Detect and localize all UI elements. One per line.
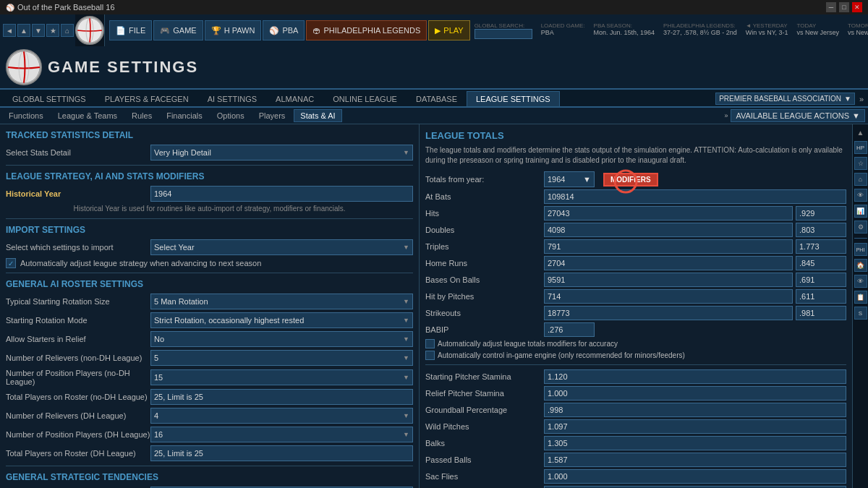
doubles-modifier[interactable] <box>796 223 846 237</box>
subtab-options[interactable]: Options <box>211 110 250 121</box>
auto-adjust-label: Automatically adjust league strategy whe… <box>20 259 261 267</box>
hits-input[interactable] <box>544 206 793 221</box>
tab-global-settings[interactable]: GLOBAL SETTINGS <box>3 91 95 106</box>
sidebar-s-icon[interactable]: S <box>854 307 867 320</box>
sidebar-phi-icon[interactable]: PHI <box>854 243 867 256</box>
close-button[interactable]: ✕ <box>852 2 862 12</box>
position-players-dh-row: Number of Position Players (DH League) 1… <box>6 427 413 442</box>
groundball-label: Groundball Percentage <box>425 406 541 414</box>
position-players-dh-dropdown[interactable]: 16 ▼ <box>150 427 413 442</box>
subtab-stats-ai[interactable]: Stats & AI <box>294 109 341 122</box>
auto-adjust-totals-row: Automatically adjust league totals modif… <box>425 339 846 348</box>
hits-modifier[interactable] <box>796 206 846 221</box>
bob-input[interactable] <box>544 273 793 287</box>
babip-input[interactable] <box>544 322 595 337</box>
available-actions-dropdown[interactable]: AVAILABLE LEAGUE ACTIONS ▼ <box>731 109 865 122</box>
relievers-nondh-dropdown[interactable]: 5 ▼ <box>150 350 413 366</box>
game-menu[interactable]: 🎮 GAME <box>153 20 203 40</box>
sidebar-phi-list-icon[interactable]: 📋 <box>854 291 867 304</box>
passed-balls-input[interactable] <box>544 453 846 467</box>
nav-up[interactable]: ▲ <box>17 24 30 37</box>
wild-pitches-label: Wild Pitches <box>425 422 541 431</box>
subtab-financials[interactable]: Financials <box>161 110 208 121</box>
totals-year-dropdown[interactable]: 1964 ▼ <box>544 171 595 187</box>
historical-year-input[interactable] <box>150 186 413 202</box>
sidebar-eye-icon[interactable]: 👁 <box>854 189 867 202</box>
sidebar-hp-icon[interactable]: HP <box>854 141 867 154</box>
strikeouts-modifier[interactable] <box>796 306 846 320</box>
import-dropdown[interactable]: Select Year ▼ <box>150 239 413 255</box>
maximize-button[interactable]: □ <box>839 2 849 12</box>
nav-left[interactable]: ◄ <box>3 24 16 37</box>
phila-menu[interactable]: 🏟 PHILADELPHIA LEGENDS <box>306 20 427 40</box>
strategic-tendencies-title: GENERAL STRATEGIC TENDENCIES <box>6 472 413 482</box>
sidebar-phi-eye-icon[interactable]: 👁 <box>854 275 867 288</box>
tab-almanac[interactable]: ALMANAC <box>266 91 323 106</box>
auto-adjust-checkbox[interactable]: ✓ <box>6 258 16 268</box>
hpawn-menu[interactable]: 🏆 H PAWN <box>205 20 262 40</box>
scroll-up-icon[interactable]: ▲ <box>856 127 866 138</box>
strikeouts-input[interactable] <box>544 306 793 320</box>
rotation-size-dropdown[interactable]: 5 Man Rotation ▼ <box>150 294 413 309</box>
tab-ai-settings[interactable]: AI SETTINGS <box>198 91 266 106</box>
auto-control-checkbox[interactable] <box>425 351 435 360</box>
tab-online-league[interactable]: ONLINE LEAGUE <box>323 91 407 106</box>
nav-home[interactable]: ⌂ <box>61 24 74 37</box>
subtab-players[interactable]: Players <box>253 110 292 121</box>
yesterday: ◄ YESTERDAY Win vs NY, 3-1 <box>746 22 788 39</box>
relievers-dh-dropdown[interactable]: 4 ▼ <box>150 408 413 424</box>
sidebar-gear-icon[interactable]: ⚙ <box>854 221 867 234</box>
at-bats-input[interactable] <box>544 189 846 204</box>
select-stats-row: Select Stats Detail Very High Detail ▼ <box>6 145 413 160</box>
global-search-input[interactable] <box>475 29 532 39</box>
tab-database[interactable]: DATABASE <box>407 91 467 106</box>
sac-flies-input[interactable] <box>544 469 846 484</box>
groundball-input[interactable] <box>544 403 846 417</box>
league-selector[interactable]: PREMIER BASEBALL ASSOCIATION ▼ <box>715 93 855 105</box>
phila-icon: 🏟 <box>312 26 320 35</box>
pba-menu[interactable]: ⚾ PBA <box>263 20 305 40</box>
rp-stamina-input[interactable] <box>544 386 846 401</box>
rotation-mode-row: Starting Rotation Mode Strict Rotation, … <box>6 312 413 328</box>
sidebar-phi-home-icon[interactable]: 🏠 <box>854 259 867 272</box>
subtab-rules[interactable]: Rules <box>126 110 158 121</box>
home-runs-modifier[interactable] <box>796 256 846 270</box>
play-menu[interactable]: ▶ PLAY <box>428 20 469 40</box>
passed-balls-label: Passed Balls <box>425 455 541 464</box>
subtab-functions[interactable]: Functions <box>3 110 49 121</box>
wild-pitches-row: Wild Pitches <box>425 419 846 434</box>
triples-modifier[interactable] <box>796 239 846 254</box>
hbp-modifier[interactable] <box>796 289 846 304</box>
sidebar-chart-icon[interactable]: 📊 <box>854 205 867 218</box>
file-menu[interactable]: 📄 FILE <box>109 20 152 40</box>
subtab-league-teams[interactable]: League & Teams <box>52 110 123 121</box>
sidebar-star-icon[interactable]: ☆ <box>854 157 867 170</box>
tab-league-settings[interactable]: LEAGUE SETTINGS <box>467 91 560 106</box>
home-runs-input[interactable] <box>544 256 793 270</box>
sub-tabs: Functions League & Teams Rules Financial… <box>0 108 868 124</box>
hbp-input[interactable] <box>544 289 793 304</box>
rotation-mode-dropdown[interactable]: Strict Rotation, occasionally highest re… <box>150 312 413 328</box>
select-stats-dropdown[interactable]: Very High Detail ▼ <box>150 145 413 160</box>
auto-adjust-totals-checkbox[interactable] <box>425 339 435 348</box>
tab-players-facegen[interactable]: PLAYERS & FACEGEN <box>95 91 198 106</box>
starters-relief-dropdown[interactable]: No ▼ <box>150 331 413 347</box>
sp-stamina-input[interactable] <box>544 369 846 384</box>
sidebar-home-icon[interactable]: ⌂ <box>854 173 867 186</box>
nav-down[interactable]: ▼ <box>32 24 45 37</box>
triples-input[interactable] <box>544 239 793 254</box>
minimize-button[interactable]: ─ <box>826 2 836 12</box>
balks-input[interactable] <box>544 436 846 450</box>
strikeouts-label: Strikeouts <box>425 309 541 317</box>
hpawn-icon: 🏆 <box>211 26 221 35</box>
import-label: Select which settings to import <box>6 243 150 252</box>
rp-stamina-label: Relief Pitcher Stamina <box>425 389 541 398</box>
total-players-nondh-select: 25, Limit is 25 <box>150 389 413 405</box>
position-players-nondh-dropdown[interactable]: 15 ▼ <box>150 369 413 385</box>
doubles-input[interactable] <box>544 223 793 237</box>
triples-label: Triples <box>425 242 541 251</box>
bob-modifier[interactable] <box>796 273 846 287</box>
expand-icon[interactable]: » <box>855 95 868 103</box>
wild-pitches-input[interactable] <box>544 419 846 434</box>
nav-star[interactable]: ★ <box>46 24 59 37</box>
